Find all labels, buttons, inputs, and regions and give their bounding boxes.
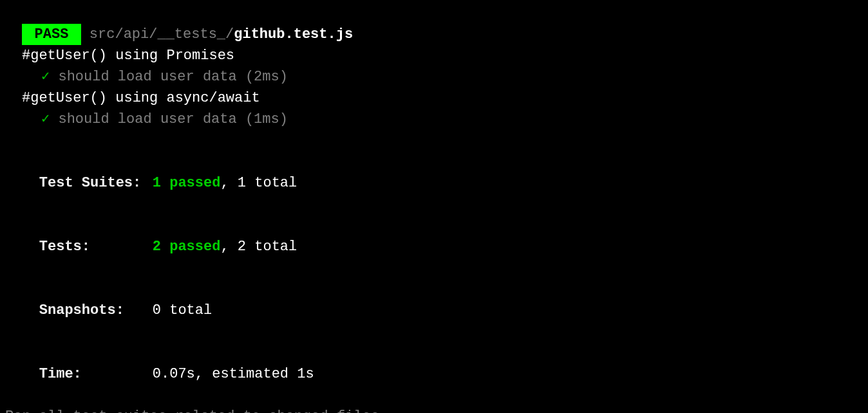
file-path-name: github.test.js bbox=[234, 26, 353, 42]
test-result: ✓ should load user data (1ms) bbox=[5, 109, 863, 130]
summary-tests: Tests:2 passed, 2 total bbox=[5, 215, 863, 279]
summary-note: Ran all test suites related to changed f… bbox=[5, 406, 863, 413]
suite-title: #getUser() using async/await bbox=[5, 87, 863, 109]
checkmark-icon: ✓ bbox=[41, 69, 50, 85]
summary-passed: 2 passed bbox=[153, 239, 221, 255]
summary-snapshots: Snapshots:0 total bbox=[5, 279, 863, 342]
summary-value: 0 total bbox=[153, 302, 212, 318]
test-suites: #getUser() using Promises✓ should load u… bbox=[5, 45, 863, 130]
test-result: ✓ should load user data (2ms) bbox=[5, 66, 863, 87]
suite-title: #getUser() using Promises bbox=[5, 45, 863, 66]
checkmark-icon: ✓ bbox=[41, 111, 50, 127]
test-name: should load user data bbox=[50, 111, 245, 127]
summary-value: 0.07s, estimated 1s bbox=[153, 366, 314, 382]
summary-label: Tests: bbox=[39, 236, 153, 257]
summary-total: , 1 total bbox=[220, 175, 297, 191]
test-time: (2ms) bbox=[245, 69, 288, 85]
test-name: should load user data bbox=[50, 69, 245, 85]
summary-label: Test Suites: bbox=[39, 172, 153, 194]
summary-passed: 1 passed bbox=[153, 175, 221, 191]
file-path-dir: src/api/__tests_/ bbox=[81, 26, 234, 42]
summary-time: Time:0.07s, estimated 1s bbox=[5, 342, 863, 406]
pass-badge: PASS bbox=[22, 24, 80, 45]
summary-test-suites: Test Suites:1 passed, 1 total bbox=[5, 151, 863, 215]
summary-total: , 2 total bbox=[220, 239, 297, 255]
summary-label: Snapshots: bbox=[39, 300, 153, 321]
test-file-header: PASS src/api/__tests_/github.test.js bbox=[5, 3, 863, 45]
test-time: (1ms) bbox=[245, 111, 288, 127]
summary-label: Time: bbox=[39, 363, 153, 385]
test-summary: Test Suites:1 passed, 1 total Tests:2 pa… bbox=[5, 151, 863, 413]
